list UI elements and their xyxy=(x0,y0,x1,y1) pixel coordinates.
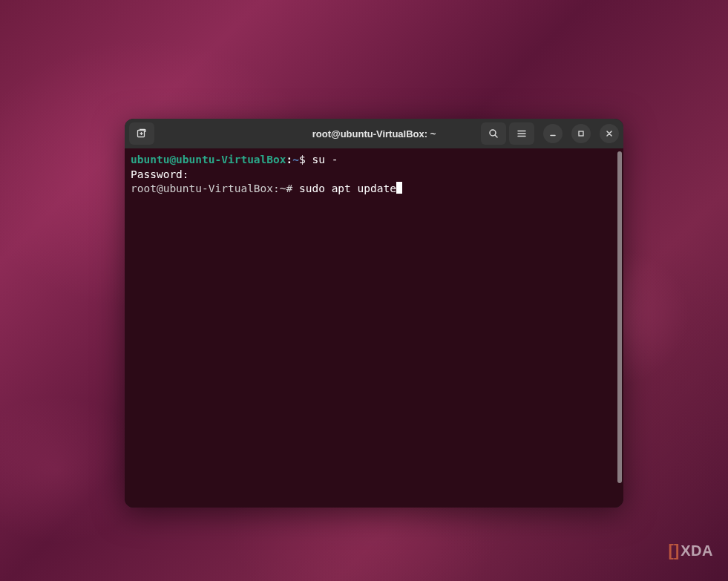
prompt-user-host: ubuntu@ubuntu-VirtualBox xyxy=(131,154,286,165)
minimize-button[interactable] xyxy=(543,124,563,143)
svg-rect-2 xyxy=(579,131,583,136)
terminal-content[interactable]: ubuntu@ubuntu-VirtualBox:~$ su - Passwor… xyxy=(125,148,623,508)
search-button[interactable] xyxy=(481,122,506,145)
password-prompt: Password: xyxy=(131,168,195,180)
close-icon xyxy=(605,129,614,138)
window-controls xyxy=(543,124,619,143)
terminal-line-3: root@ubuntu-VirtualBox:~# sudo apt updat… xyxy=(131,182,617,197)
prompt-symbol: $ xyxy=(299,154,312,165)
terminal-line-2: Password: xyxy=(131,168,617,183)
search-icon xyxy=(488,128,499,139)
root-prompt: root@ubuntu-VirtualBox:~# xyxy=(131,183,299,194)
hamburger-icon xyxy=(516,128,528,139)
new-tab-icon xyxy=(136,128,148,139)
watermark-bracket: [] xyxy=(669,541,680,560)
window-title: root@ubuntu-VirtualBox: ~ xyxy=(312,128,436,139)
new-tab-button[interactable] xyxy=(129,122,154,145)
maximize-icon xyxy=(577,129,586,138)
minimize-icon xyxy=(548,129,557,138)
command-text: su - xyxy=(312,154,338,165)
watermark-text: XDA xyxy=(681,542,713,559)
command-text: sudo apt update xyxy=(299,183,396,194)
watermark: [] XDA xyxy=(669,541,713,560)
maximize-button[interactable] xyxy=(571,124,591,143)
scrollbar[interactable] xyxy=(617,151,622,505)
cursor xyxy=(396,182,402,194)
prompt-path: ~ xyxy=(292,154,299,165)
scrollbar-thumb[interactable] xyxy=(617,151,622,483)
terminal-window: root@ubuntu-VirtualBox: ~ xyxy=(125,119,623,508)
close-button[interactable] xyxy=(600,124,619,143)
menu-button[interactable] xyxy=(509,122,534,145)
prompt-colon: : xyxy=(286,154,293,165)
terminal-line-1: ubuntu@ubuntu-VirtualBox:~$ su - xyxy=(131,153,617,168)
titlebar: root@ubuntu-VirtualBox: ~ xyxy=(125,119,623,148)
